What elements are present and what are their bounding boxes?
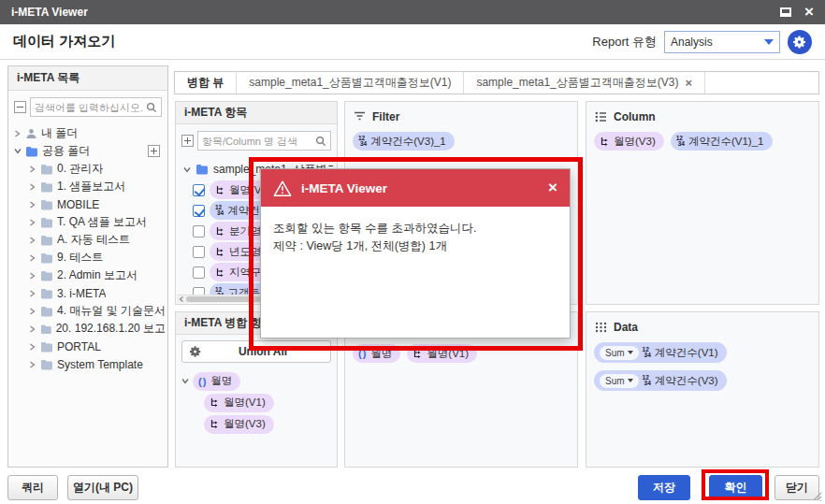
sidebar-item-folder[interactable]: 20. 192.168.1.20 보고서 [10,320,166,338]
sidebar-item-folder[interactable]: T. QA 샘플 보고서 [10,213,166,231]
sidebar-item-folder[interactable]: 1. 샘플보고서 [10,178,166,195]
measure-icon [643,347,651,358]
sidebar-item-folder[interactable]: PORTAL [10,338,166,355]
chevron-right-icon [29,343,36,351]
scroll-left-icon[interactable] [179,296,184,302]
warning-icon [273,180,292,197]
sidebar-item-folder[interactable]: 0. 관리자 [10,160,166,178]
window-close-icon[interactable]: × [804,5,814,20]
chip-label: 월명 [210,374,232,388]
alert-dialog-body: 조회할 있는 항목 수를 초과하였습니다. 제약 : View당 1개, 전체(… [261,207,570,269]
merged-item-icon: () [198,376,207,387]
chip-label: 계약건수(V3)_1 [370,135,446,149]
checkbox-checked[interactable] [193,184,205,196]
measure-icon [358,136,367,147]
sidebar-item-folder[interactable]: 9. 테스트 [10,249,166,266]
sidebar-item-folder[interactable]: 2. Admin 보고서 [10,266,166,284]
measure-icon [215,205,224,216]
folder-icon [40,235,53,246]
folder-icon [40,288,53,299]
user-icon [25,128,37,139]
sidebar-item-label: 4. 매뉴얼 및 기술문서 [57,303,166,319]
folder-icon [40,252,53,264]
union-all-control[interactable]: Union All [181,340,331,363]
merge-child-row[interactable]: 월명(V1) [181,392,331,413]
sidebar-search-input[interactable] [35,102,146,113]
chip-label: 월명 [370,347,392,361]
sidebar-item-label: 20. 192.168.1.20 보고서 [56,321,166,337]
column-chip[interactable]: 월명(V3) [594,132,664,151]
tab-label: sample_meta1_상품별고객매출정보(V3) [476,75,678,91]
row-chip[interactable]: ()월명 [353,344,400,363]
window-titlebar: i-META Viewer × [0,0,825,24]
merge-child-row[interactable]: 월명(V3) [181,413,331,435]
sidebar-item-label: 0. 관리자 [57,161,103,177]
meta-items-title: i-META 항목 [176,102,337,124]
chip-label: 월명(V3) [614,135,656,149]
items-search-input[interactable] [202,136,315,147]
filter-chip[interactable]: 계약건수(V3)_1 [353,132,455,151]
checkbox-unchecked[interactable] [193,246,205,258]
gear-icon [792,35,807,50]
window-title: i-META Viewer [11,6,88,19]
sidebar-item-shared-folder[interactable]: 공용 폴더 [10,142,166,160]
dimension-icon [210,419,220,429]
sidebar-item-my-folder[interactable]: 내 폴더 [10,124,166,142]
filter-icon [354,111,366,122]
collapse-all-icon[interactable] [14,101,26,113]
folder-icon [40,270,53,281]
measure-icon [643,375,651,386]
search-icon[interactable] [315,136,326,147]
folder-icon [40,181,53,193]
checkbox-unchecked[interactable] [193,266,205,279]
tab-view-v3[interactable]: sample_meta1_상품별고객매출정보(V3)× [464,72,705,94]
aggregation-dropdown[interactable]: Sum [600,346,639,360]
sidebar: i-META 목록 내 폴더 공용 폴더 0. 관리자 1. 샘플보고서 MOB… [7,65,168,468]
report-type-value: Analysis [671,36,713,49]
alert-message-line2: 제약 : View당 1개, 전체(병합) 1개 [273,238,557,255]
chevron-right-icon [29,325,36,333]
sidebar-item-folder[interactable]: 4. 매뉴얼 및 기술문서 [10,302,166,320]
sidebar-item-folder[interactable]: 3. i-META [10,284,166,302]
chip-label: 월명(V3) [224,417,266,431]
save-button[interactable]: 저장 [638,475,690,500]
alert-dialog-title: i-META Viewer [301,181,387,195]
data-chip[interactable]: Sum 계약건수(V3) [594,370,727,391]
merge-root-row[interactable]: ()월명 [181,370,331,392]
resize-grip[interactable] [811,490,822,501]
alert-close-icon[interactable]: × [548,180,557,195]
chevron-right-icon [29,183,36,191]
confirm-button[interactable]: 확인 [709,475,762,500]
settings-button[interactable] [788,30,812,54]
row-chip[interactable]: 월명(V1) [407,344,477,363]
aggregation-dropdown[interactable]: Sum [600,374,639,388]
gear-icon[interactable] [189,345,202,358]
tab-close-icon[interactable]: × [685,76,692,90]
column-icon [595,111,607,122]
sidebar-item-label: A. 자동 테스트 [57,232,130,248]
query-button[interactable]: 쿼리 [7,475,58,500]
chevron-right-icon [29,272,36,280]
sidebar-item-label: 1. 샘플보고서 [57,179,125,194]
column-chip[interactable]: 계약건수(V1)_1 [671,132,773,151]
search-icon[interactable] [146,102,157,113]
add-folder-icon[interactable] [148,145,160,157]
checkbox-checked[interactable] [193,205,205,217]
items-search-row [176,124,337,155]
sidebar-item-folder[interactable]: A. 자동 테스트 [10,231,166,249]
report-type-select[interactable]: Analysis [664,31,780,53]
sidebar-item-folder[interactable]: System Template [10,355,166,373]
sidebar-item-label: T. QA 샘플 보고서 [57,214,147,230]
report-type-label: Report 유형 [592,34,657,50]
checkbox-unchecked[interactable] [193,225,205,238]
data-chip[interactable]: Sum 계약건수(V1) [594,342,727,363]
sidebar-item-label: 내 폴더 [41,125,78,141]
expand-all-icon[interactable] [181,135,194,147]
dimension-icon [215,247,225,257]
merge-view-label[interactable]: 병합 뷰 [175,72,237,94]
sidebar-item-folder[interactable]: MOBILE [10,195,166,213]
open-pc-button[interactable]: 열기(내 PC) [67,475,138,500]
maximize-icon[interactable] [780,7,791,17]
view-tabbar: 병합 뷰 sample_meta1_상품별고객매출정보(V1) sample_m… [174,71,819,94]
tab-view-v1[interactable]: sample_meta1_상품별고객매출정보(V1) [237,72,464,94]
